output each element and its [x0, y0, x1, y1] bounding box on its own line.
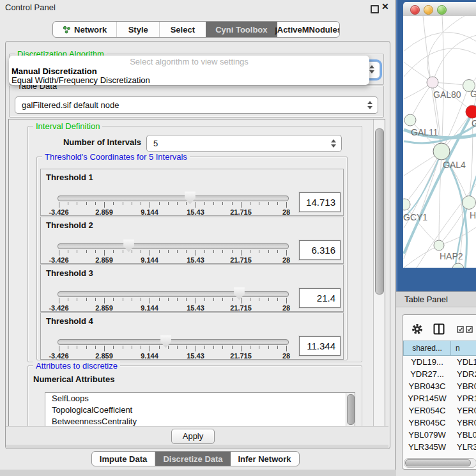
settings-scrollbar-thumb[interactable] [375, 128, 384, 295]
tab-discretize-data-label: Discretize Data [163, 454, 222, 464]
tab-impute-data[interactable]: Impute Data [92, 452, 155, 466]
network-view-window: GAL80 GA G GAL11 GAL4 GCY1 H HAP2 [396, 0, 476, 291]
checkbox-checked-icon[interactable] [457, 326, 464, 333]
network-window-titlebar[interactable] [403, 2, 476, 17]
column-header-name[interactable]: n [451, 341, 476, 356]
tick-label: 2.859 [95, 304, 113, 312]
threshold-2-slider-track[interactable] [58, 243, 289, 249]
cell-name[interactable]: YDL1 [451, 356, 476, 368]
gear-icon[interactable] [411, 323, 423, 335]
table-row[interactable]: YLR345WYLR3 [403, 441, 476, 453]
cell-shared[interactable]: YPR145W [403, 392, 451, 404]
close-window-icon[interactable]: ✕ [381, 1, 389, 12]
tab-cyni-toolbox[interactable]: Cyni Toolbox [206, 22, 277, 37]
interval-definition-title: Interval Definition [33, 121, 102, 131]
cell-shared[interactable]: YBR045C [403, 417, 451, 429]
zoom-traffic-light[interactable] [437, 5, 447, 15]
combo-arrows-icon [366, 101, 373, 109]
cell-shared[interactable]: YLR345W [403, 441, 451, 453]
column-header-shared-name[interactable]: shared... [403, 341, 451, 356]
threshold-2-value-field[interactable]: 6.316 [299, 240, 341, 260]
split-columns-icon[interactable] [433, 323, 445, 335]
window-title: Control Panel [5, 3, 56, 12]
tab-style-label: Style [128, 25, 148, 35]
list-scrollbar-thumb[interactable] [347, 394, 355, 425]
cell-name[interactable]: YBL0 [451, 429, 476, 441]
node-partial[interactable] [452, 263, 464, 268]
threshold-3-value-field[interactable]: 21.4 [299, 288, 341, 308]
tab-style[interactable]: Style [117, 22, 160, 37]
threshold-1-slider-track[interactable] [58, 196, 289, 201]
cell-shared[interactable]: YDR27... [403, 368, 451, 380]
cell-name[interactable]: YBR0 [451, 380, 476, 392]
network-graph: GAL80 GA G GAL11 GAL4 GCY1 H HAP2 [403, 16, 476, 268]
tab-select[interactable]: Select [160, 22, 206, 37]
tab-network[interactable]: Network [53, 22, 117, 37]
node-h[interactable] [463, 196, 476, 210]
list-item[interactable]: TopologicalCoefficient [45, 404, 355, 416]
table-row[interactable]: YPR145WYPR1 [403, 392, 476, 404]
table-row[interactable]: YBR045CYBR0 [403, 417, 476, 429]
network-canvas[interactable]: GAL80 GA G GAL11 GAL4 GCY1 H HAP2 [403, 16, 476, 268]
threshold-3-slider-track[interactable] [58, 291, 289, 297]
threshold-1-value-field[interactable]: 14.713 [299, 192, 341, 212]
thresholds-group-title: Threshold's Coordinates for 5 Intervals [42, 152, 190, 162]
table-data-combobox[interactable]: galFiltered.sif default node [15, 96, 378, 114]
table-row[interactable]: YBL079WYBL0 [403, 429, 476, 441]
checkbox-checked-icon[interactable] [466, 326, 473, 333]
tab-select-label: Select [171, 25, 195, 35]
table-row[interactable]: YER054CYER0 [403, 404, 476, 417]
node-gcy1[interactable] [403, 199, 410, 210]
cell-name[interactable]: YER0 [451, 404, 476, 417]
combo-arrows-icon [330, 139, 337, 148]
threshold-4-slider-track[interactable] [58, 339, 289, 345]
cell-shared[interactable]: YBL079W [403, 429, 451, 441]
node-gal11[interactable] [404, 114, 416, 126]
node-gal4[interactable] [433, 143, 450, 160]
table-row[interactable]: YDR27...YDR2 [403, 368, 476, 380]
tab-network-label: Network [74, 25, 107, 35]
tick-label: 28 [282, 304, 290, 312]
threshold-4-value-field[interactable]: 11.344 [299, 336, 341, 356]
number-of-intervals-combobox[interactable]: 5 [146, 135, 342, 152]
tick-label: 15.43 [187, 304, 204, 312]
threshold-1-ticks [59, 202, 286, 208]
horizontal-scrollbar-thumb[interactable] [405, 459, 471, 466]
list-scrollbar[interactable] [346, 393, 355, 427]
tick-label: 28 [282, 352, 290, 360]
algorithm-option-equal-width[interactable]: Equal Width/Frequency Discretization [12, 75, 150, 85]
cell-name[interactable]: YPR1 [451, 392, 476, 404]
table-row[interactable]: YBR043CYBR0 [403, 380, 476, 392]
algorithm-placeholder-option[interactable]: Select algorithm to view settings [9, 57, 369, 66]
threshold-1-label: Threshold 1 [46, 173, 93, 182]
tab-discretize-data[interactable]: Discretize Data [155, 452, 231, 466]
tick-label: -3.426 [49, 256, 68, 264]
table-row[interactable]: YDL19...YDL1 [403, 356, 476, 368]
apply-button[interactable]: Apply [171, 429, 215, 444]
horizontal-scrollbar[interactable] [404, 458, 476, 468]
node-label: GAL4 [443, 160, 466, 170]
node-red-selected[interactable] [466, 105, 476, 118]
tab-infer-network[interactable]: Infer Network [231, 452, 298, 466]
cell-name[interactable]: YLR3 [451, 441, 476, 453]
attributes-group: Attributes to discretize Numerical Attri… [27, 365, 362, 427]
threshold-2-panel: Threshold 2 -3.426 2.859 9.144 15.43 21.… [40, 217, 344, 264]
cell-name[interactable]: YDR2 [451, 368, 476, 380]
cell-shared[interactable]: YBR043C [403, 380, 451, 392]
cell-shared[interactable]: YER054C [403, 404, 451, 417]
threshold-4-ticks [59, 346, 286, 352]
cell-shared[interactable]: YDL19... [403, 356, 451, 368]
close-traffic-light[interactable] [410, 5, 420, 15]
numerical-attributes-list: SelfLoops TopologicalCoefficient Between… [45, 392, 355, 427]
node-hap2[interactable] [434, 240, 444, 250]
minimize-traffic-light[interactable] [424, 5, 433, 15]
tab-jactivemnodules[interactable]: jActiveMNodules [277, 22, 339, 37]
node-gal80[interactable] [427, 77, 438, 88]
list-item[interactable]: SelfLoops [45, 393, 355, 404]
algorithm-dropdown-popup: Select algorithm to view settings Manual… [9, 56, 369, 85]
cell-name[interactable]: YBR0 [451, 417, 476, 429]
algorithm-option-manual[interactable]: Manual Discretization [12, 66, 97, 76]
settings-scrollbar[interactable] [373, 119, 385, 427]
node-label: GCY1 [403, 212, 427, 222]
float-window-icon[interactable] [371, 5, 379, 13]
